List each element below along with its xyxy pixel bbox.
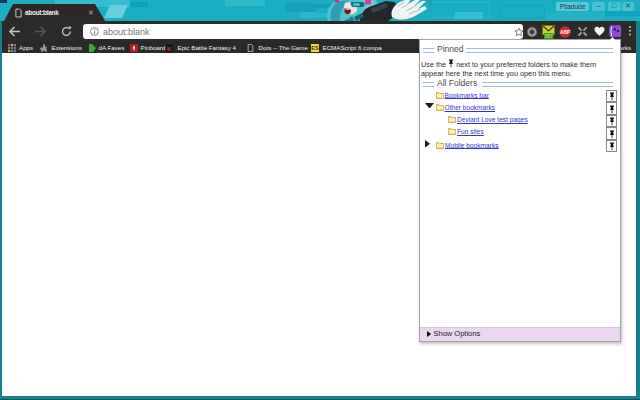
svg-text:ES: ES (311, 45, 319, 51)
svg-text:K: K (167, 44, 173, 51)
svg-text:ABP: ABP (559, 30, 570, 35)
